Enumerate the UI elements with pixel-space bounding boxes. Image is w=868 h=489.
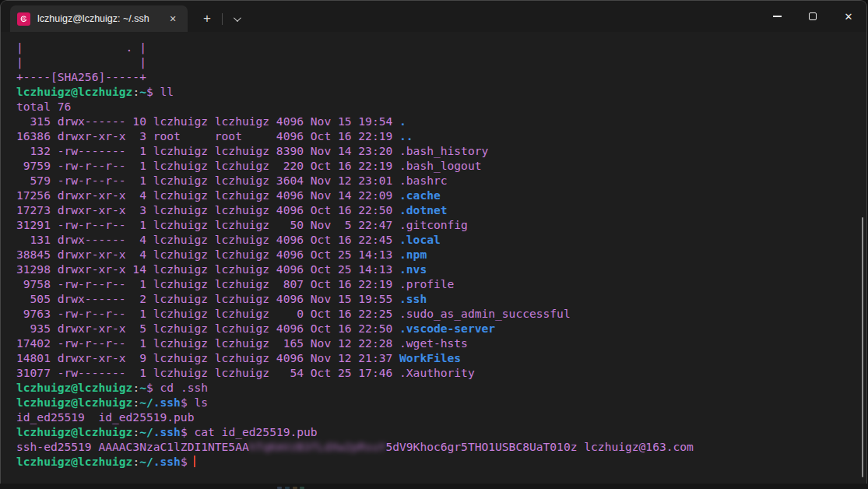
terminal-line: | |: [16, 55, 866, 69]
close-button[interactable]: ✕: [831, 1, 866, 32]
terminal-line: +----[SHA256]-----+: [16, 69, 866, 84]
terminal-line: 16386 drwxr-xr-x 3 root root 4096 Oct 16…: [16, 128, 866, 143]
terminal-text-segment: 5dV9Khoc6gr5THO1USBC8UaT010z lczhuigz@16…: [385, 440, 693, 453]
terminal-text-segment: $ cd .ssh: [146, 381, 208, 394]
terminal-text-segment: lczhuigz@lczhuigz: [16, 85, 132, 98]
terminal-line: 9763 -rw-r--r-- 1 lczhuigz lczhuigz 0 Oc…: [16, 306, 866, 321]
terminal-text-segment: 9759 -rw-r--r-- 1 lczhuigz lczhuigz 220 …: [16, 159, 481, 172]
debian-icon: [17, 12, 30, 26]
terminal-text-segment: 935 drwxr-xr-x 5 lczhuigz lczhuigz 4096 …: [16, 322, 399, 335]
terminal-text-segment: 17273 drwxr-xr-x 3 lczhuigz lczhuigz 409…: [16, 203, 399, 216]
terminal-text-segment: 9763 -rw-r--r-- 1 lczhuigz lczhuigz 0 Oc…: [16, 307, 571, 320]
terminal-text-segment: +----[SHA256]-----+: [16, 70, 146, 83]
terminal-text-segment: :: [132, 85, 139, 98]
terminal-text-segment: $ ll: [146, 85, 174, 98]
terminal-text-segment: 38845 drwxr-xr-x 4 lczhuigz lczhuigz 409…: [16, 248, 399, 261]
terminal-line: lczhuigz@lczhuigz:~/.ssh$ ls: [16, 395, 866, 410]
terminal-text-segment: .dotnet: [399, 203, 448, 216]
terminal-line: 17256 drwxr-xr-x 4 lczhuigz lczhuigz 409…: [16, 188, 866, 202]
terminal-line: lczhuigz@lczhuigz:~$ cd .ssh: [16, 380, 866, 395]
tab-title: lczhuigz@lczhuigz: ~/.ssh: [37, 13, 164, 24]
terminal-text-segment: total 76: [16, 100, 71, 113]
terminal-text-segment: .nvs: [399, 262, 427, 276]
terminal-text-segment: $: [181, 455, 195, 468]
terminal-line: lczhuigz@lczhuigz:~/.ssh$: [16, 454, 866, 469]
terminal-line: 17273 drwxr-xr-x 3 lczhuigz lczhuigz 409…: [16, 202, 866, 217]
terminal-text-segment: id_ed25519 id_ed25519.pub: [16, 410, 194, 424]
new-tab-button[interactable]: +: [194, 5, 220, 32]
terminal-text-segment: 31077 -rw------- 1 lczhuigz lczhuigz 54 …: [16, 366, 475, 379]
terminal-text-segment: .cache: [399, 188, 441, 202]
terminal-text-segment: 132 -rw------- 1 lczhuigz lczhuigz 8390 …: [16, 144, 488, 157]
terminal-text-segment: .ssh: [399, 292, 427, 305]
terminal-line: 131 drwx------ 4 lczhuigz lczhuigz 4096 …: [16, 232, 866, 247]
scrollbar-thumb[interactable]: [862, 217, 863, 477]
terminal-text-segment: 131 drwx------ 4 lczhuigz lczhuigz 4096 …: [16, 233, 399, 246]
terminal-text-segment: :: [132, 396, 139, 409]
terminal-text-segment: .: [399, 114, 406, 128]
title-bar: lczhuigz@lczhuigz: ~/.ssh ✕ + ✕: [1, 1, 866, 32]
minimize-icon: [773, 16, 782, 16]
terminal-line: 579 -rw-r--r-- 1 lczhuigz lczhuigz 3604 …: [16, 173, 866, 188]
terminal-text-segment: | |: [16, 55, 146, 69]
terminal-text-segment: ssh-ed25519 AAAAC3NzaC1lZDI1NTE5AA: [16, 440, 249, 453]
maximize-icon: [809, 12, 817, 20]
terminal-text-segment: .ssh: [153, 455, 181, 468]
terminal-text-segment: 14801 drwxr-xr-x 9 lczhuigz lczhuigz 409…: [16, 351, 399, 364]
terminal-line: 38845 drwxr-xr-x 4 lczhuigz lczhuigz 409…: [16, 247, 866, 262]
tab-dropdown-button[interactable]: [224, 5, 248, 32]
terminal-line: lczhuigz@lczhuigz:~$ ll: [16, 84, 866, 99]
terminal-text-segment: :: [132, 455, 139, 468]
terminal-line: 14801 drwxr-xr-x 9 lczhuigz lczhuigz 409…: [16, 350, 866, 365]
terminal-line: 315 drwx------ 10 lczhuigz lczhuigz 4096…: [16, 114, 866, 128]
minimize-button[interactable]: [759, 1, 795, 32]
window-controls: ✕: [759, 1, 866, 32]
terminal-screen[interactable]: | . || |+----[SHA256]-----+lczhuigz@lczh…: [1, 32, 866, 484]
terminal-text-segment: | . |: [16, 40, 146, 54]
terminal-text-segment: 505 drwx------ 2 lczhuigz lczhuigz 4096 …: [16, 292, 399, 305]
close-icon: ✕: [845, 12, 853, 22]
terminal-text-segment: ~: [139, 381, 146, 394]
terminal-text-segment: :: [132, 425, 139, 438]
chevron-down-icon: [233, 14, 241, 22]
terminal-text-segment: .vscode-server: [399, 322, 495, 335]
terminal-text-segment: $ ls: [181, 396, 208, 409]
terminal-line: 9759 -rw-r--r-- 1 lczhuigz lczhuigz 220 …: [16, 158, 866, 173]
terminal-line: 132 -rw------- 1 lczhuigz lczhuigz 8390 …: [16, 143, 866, 158]
terminal-line: | . |: [16, 40, 866, 55]
terminal-line: total 76: [16, 99, 866, 114]
terminal-text-segment: 31298 drwxr-xr-x 14 lczhuigz lczhuigz 40…: [16, 262, 399, 276]
terminal-text-segment: .local: [399, 233, 441, 246]
terminal-text-segment: hTqKmVzB3fLdXw2pRsuY: [249, 440, 386, 453]
terminal-window: lczhuigz@lczhuigz: ~/.ssh ✕ + ✕ | . || |…: [0, 0, 867, 484]
titlebar-drag-region[interactable]: [248, 1, 759, 32]
terminal-text-segment: lczhuigz@lczhuigz: [16, 396, 132, 409]
terminal-text-segment: 17256 drwxr-xr-x 4 lczhuigz lczhuigz 409…: [16, 188, 399, 202]
terminal-line: 9758 -rw-r--r-- 1 lczhuigz lczhuigz 807 …: [16, 276, 866, 291]
terminal-text-segment: WorkFiles: [399, 351, 461, 364]
terminal-line: 31298 drwxr-xr-x 14 lczhuigz lczhuigz 40…: [16, 262, 866, 276]
terminal-text-segment: 16386 drwxr-xr-x 3 root root 4096 Oct 16…: [16, 129, 399, 142]
terminal-text-segment: lczhuigz@lczhuigz: [16, 455, 132, 468]
terminal-text-segment: 17402 -rw-r--r-- 1 lczhuigz lczhuigz 165…: [16, 336, 468, 350]
terminal-text-segment: :: [132, 381, 139, 394]
tab-close-button[interactable]: ✕: [164, 10, 181, 27]
terminal-text-segment: ~/: [139, 396, 153, 409]
terminal-text-segment: 31291 -rw-r--r-- 1 lczhuigz lczhuigz 50 …: [16, 218, 468, 231]
terminal-text-segment: 315 drwx------ 10 lczhuigz lczhuigz 4096…: [16, 114, 399, 128]
taskbar-edge: [0, 484, 868, 489]
terminal-text-segment: $ cat id_ed25519.pub: [181, 425, 318, 438]
terminal-text-segment: .npm: [399, 248, 427, 261]
terminal-text-segment: ~/: [139, 455, 153, 468]
terminal-line: 31077 -rw------- 1 lczhuigz lczhuigz 54 …: [16, 365, 866, 380]
terminal-tab[interactable]: lczhuigz@lczhuigz: ~/.ssh ✕: [10, 5, 188, 32]
maximize-button[interactable]: [795, 1, 831, 32]
terminal-line: 935 drwxr-xr-x 5 lczhuigz lczhuigz 4096 …: [16, 321, 866, 336]
terminal-line: ssh-ed25519 AAAAC3NzaC1lZDI1NTE5AAhTqKmV…: [16, 439, 866, 454]
terminal-line: 505 drwx------ 2 lczhuigz lczhuigz 4096 …: [16, 291, 866, 306]
terminal-text-segment: ~: [139, 85, 146, 98]
terminal-line: id_ed25519 id_ed25519.pub: [16, 410, 866, 424]
terminal-text-segment: .ssh: [153, 396, 181, 409]
terminal-text-segment: 579 -rw-r--r-- 1 lczhuigz lczhuigz 3604 …: [16, 174, 448, 187]
terminal-text-segment: 9758 -rw-r--r-- 1 lczhuigz lczhuigz 807 …: [16, 277, 454, 290]
